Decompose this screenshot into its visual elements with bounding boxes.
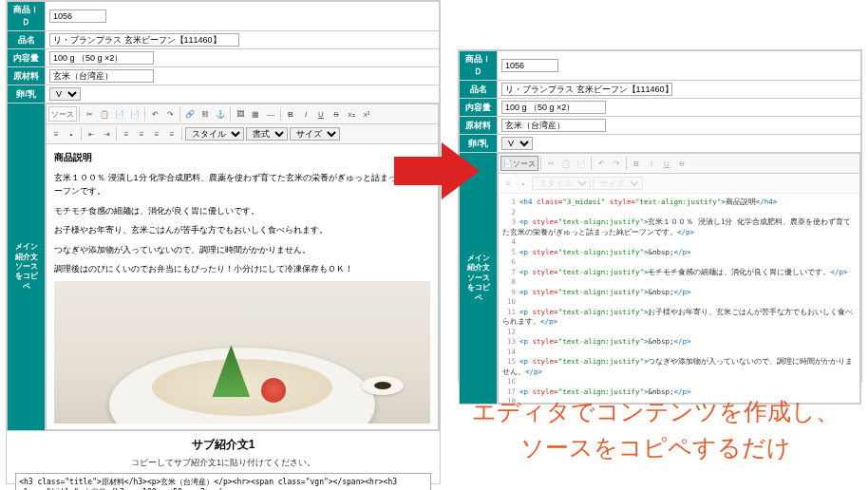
bold-icon[interactable]: B: [283, 106, 298, 122]
content-p1: 玄米１００％ 浸漬し1分 化学合成肥料、農薬を使わず育てた玄米の栄養がぎゅっと詰…: [54, 171, 430, 198]
link-icon[interactable]: 🔗: [182, 106, 198, 122]
sidebar-main-intro: メイン紹介文 ソースをコピペ: [8, 104, 46, 431]
sub-note: コピーしてサブ紹介文1に貼り付けてください。: [7, 457, 440, 469]
select-style[interactable]: スタイル: [185, 127, 244, 141]
arrow-icon: [394, 142, 480, 199]
content-p5: 調理後はのびにくいのでお弁当にもぴったり！小分けにして冷凍保存もＯＫ！: [54, 262, 430, 275]
content-p3: お子様やお年寄り、玄米ごはんが苦手な方でもおいしく食べられます。: [54, 223, 430, 236]
italic-icon[interactable]: I: [298, 106, 313, 122]
r-bold-icon: B: [629, 156, 644, 171]
input-product-name[interactable]: [49, 33, 239, 47]
r-select-eggmilk[interactable]: V: [501, 137, 533, 150]
align-center-icon[interactable]: ≡: [134, 126, 149, 141]
source-code-area[interactable]: 1<h4 class="3_midasi" style="text-align:…: [499, 194, 859, 403]
label-product-name: 品名: [8, 31, 46, 49]
sub-intro-section: サブ紹介文1 コピーしてサブ紹介文1に貼り付けてください。 <h3 class=…: [7, 437, 440, 490]
outdent-icon[interactable]: ⇤: [84, 126, 99, 141]
r-copy-icon[interactable]: 📋: [558, 156, 574, 171]
r-input-content[interactable]: [501, 101, 606, 114]
r-paste-icon[interactable]: 📄: [574, 156, 589, 171]
indent-icon[interactable]: ⇥: [99, 126, 114, 141]
anchor-icon[interactable]: ⚓: [213, 106, 228, 122]
redo-icon[interactable]: ↷: [162, 106, 178, 122]
r-list2-icon: •: [516, 176, 531, 191]
r-select-size: サイズ: [593, 177, 643, 190]
label-material: 原材料: [8, 67, 46, 85]
wysiwyg-editor: ソース ✂ 📋 📄 📄 ↶ ↷ 🔗 ⛓ ⚓ 🖼: [46, 104, 439, 430]
paste-text-icon[interactable]: 📄: [127, 106, 142, 122]
r-redo-icon[interactable]: ↷: [609, 156, 624, 171]
r-strike-icon: S: [674, 156, 689, 171]
input-content[interactable]: [49, 51, 154, 65]
numlist-icon[interactable]: ≡: [48, 126, 64, 141]
input-product-id[interactable]: [49, 9, 106, 23]
content-p2: モチモチ食感の細麺は、消化が良く胃に優しいです。: [54, 204, 430, 217]
align-justify-icon[interactable]: ≡: [164, 126, 179, 141]
btn-source[interactable]: ソース: [48, 106, 77, 122]
editor-panel-right: 商品ＩＤ 品名 内容量 原材料 卵/乳 V メイン紹介文 ソースをコピペ 📄 ソ…: [458, 49, 862, 382]
caption-line-2: ソースをコピペするだけ: [446, 430, 864, 466]
r-label-content: 内容量: [460, 99, 498, 117]
editor-panel-left: 商品ＩＤ 品名 内容量 原材料 卵/乳 V メイン紹介文 ソースをコピペ ソース…: [6, 0, 441, 484]
superscript-icon[interactable]: x²: [359, 106, 374, 122]
r-label-id: 商品ＩＤ: [460, 51, 498, 81]
r-toolbar: 📄 ソース ✂ 📋 📄 ↶ ↷ B I U S: [499, 154, 859, 174]
paste-icon[interactable]: 📄: [112, 106, 127, 122]
editor-toolbar-2: ≡ • ⇤ ⇥ ≡ ≡ ≡ ≡ スタイル 書式 サイズ: [47, 124, 438, 144]
align-left-icon[interactable]: ≡: [119, 126, 134, 141]
label-egg-milk: 卵/乳: [8, 85, 46, 104]
caption-line-1: エディタでコンテンツを作成し、: [446, 394, 864, 430]
svg-marker-0: [394, 142, 480, 199]
r-input-material[interactable]: [501, 119, 606, 132]
r-toolbar-2: ≡ • スタイル サイズ: [499, 174, 859, 194]
select-egg-milk[interactable]: V: [49, 87, 81, 101]
undo-icon[interactable]: ↶: [147, 106, 162, 122]
image-icon[interactable]: 🖼: [233, 106, 248, 122]
input-material[interactable]: [49, 69, 154, 83]
sub-textarea[interactable]: <h3 class="title">原材料</h3><p>玄米（台湾産）</p>…: [15, 473, 431, 490]
select-size[interactable]: サイズ: [290, 127, 340, 141]
product-form: 商品ＩＤ 品名 内容量 原材料 卵/乳 V メイン紹介文 ソースをコピペ ソース…: [7, 1, 440, 431]
label-content: 内容量: [8, 49, 46, 67]
r-input-id[interactable]: [501, 59, 558, 72]
cut-icon[interactable]: ✂: [82, 106, 97, 122]
underline-icon[interactable]: U: [313, 106, 329, 122]
r-select-style: スタイル: [532, 177, 591, 190]
table-icon[interactable]: ▦: [248, 106, 263, 122]
content-p4: つなぎや添加物が入っていないので、調理に時間がかかりません。: [54, 243, 430, 256]
select-format[interactable]: 書式: [246, 127, 288, 141]
editor-content[interactable]: 商品説明 玄米１００％ 浸漬し1分 化学合成肥料、農薬を使わず育てた玄米の栄養が…: [47, 144, 438, 429]
r-cut-icon[interactable]: ✂: [543, 156, 558, 171]
hr-icon[interactable]: —: [263, 106, 278, 122]
label-product-id: 商品ＩＤ: [8, 2, 46, 31]
copy-icon[interactable]: 📋: [97, 106, 112, 122]
r-italic-icon: I: [644, 156, 659, 171]
bullist-icon[interactable]: •: [64, 126, 79, 141]
content-heading: 商品説明: [54, 150, 430, 165]
align-right-icon[interactable]: ≡: [149, 126, 164, 141]
r-label-name: 品名: [460, 81, 498, 99]
r-label-material: 原材料: [460, 117, 498, 135]
subscript-icon[interactable]: x₂: [344, 106, 359, 122]
r-undo-icon[interactable]: ↶: [594, 156, 609, 171]
r-btn-source[interactable]: 📄 ソース: [500, 156, 538, 171]
caption: エディタでコンテンツを作成し、 ソースをコピペするだけ: [446, 394, 864, 465]
strike-icon[interactable]: S: [329, 106, 344, 122]
product-photo: [54, 281, 430, 424]
unlink-icon[interactable]: ⛓: [198, 106, 213, 122]
r-underline-icon: U: [659, 156, 674, 171]
sub-title: サブ紹介文1: [7, 437, 440, 453]
editor-toolbar: ソース ✂ 📋 📄 📄 ↶ ↷ 🔗 ⛓ ⚓ 🖼: [47, 104, 438, 124]
r-list-icon: ≡: [500, 176, 516, 191]
r-input-name[interactable]: [501, 83, 672, 96]
